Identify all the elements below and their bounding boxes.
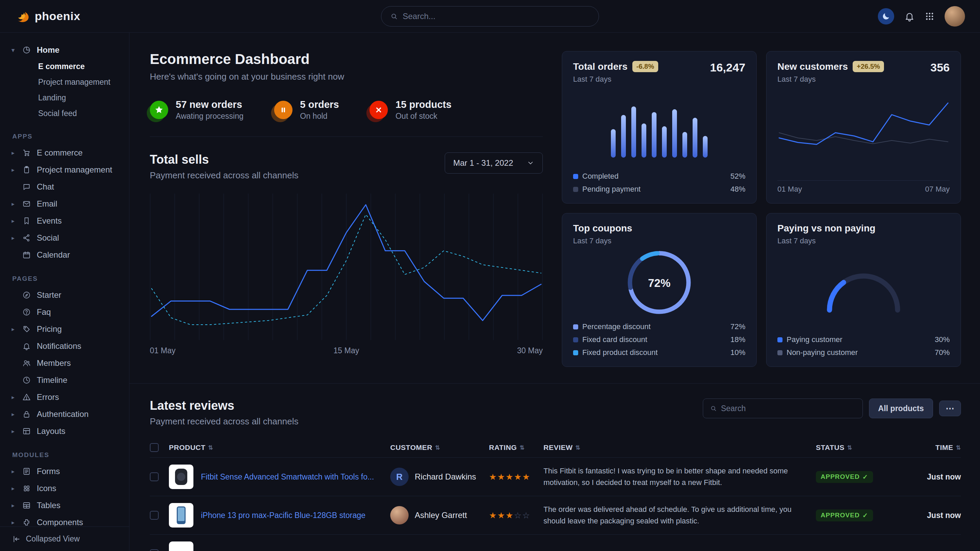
sidebar-item-starter[interactable]: Starter — [0, 287, 129, 303]
sidebar-item-email[interactable]: ▸Email — [0, 195, 129, 212]
sidebar-item-events[interactable]: ▸Events — [0, 212, 129, 229]
select-all-checkbox[interactable] — [150, 443, 159, 452]
legend-swatch — [777, 337, 783, 342]
paying-gauge-chart — [824, 267, 903, 314]
sidebar-subitem-landing[interactable]: Landing — [0, 90, 129, 105]
sidebar-item-pricing[interactable]: ▸Pricing — [0, 321, 129, 338]
sidebar-item-members[interactable]: Members — [0, 355, 129, 372]
bell-icon — [22, 342, 31, 350]
row-checkbox[interactable] — [150, 549, 159, 551]
column-label: PRODUCT — [169, 443, 205, 452]
row-checkbox[interactable] — [150, 472, 159, 481]
sidebar-subitem-social-feed[interactable]: Social feed — [0, 105, 129, 121]
sidebar-item-calendar[interactable]: Calendar — [0, 246, 129, 264]
sidebar-item-home[interactable]: ▾Home — [0, 41, 129, 59]
product-link[interactable]: iPhone 13 pro max-Pacific Blue-128GB sto… — [201, 510, 365, 521]
bookmark-icon — [22, 217, 31, 225]
more-options-button[interactable]: ⋯ — [939, 400, 961, 416]
top-coupons-card: Top coupons Last 7 days 72% Percentage d… — [562, 213, 757, 367]
status-badge: APPROVED✓ — [816, 510, 873, 521]
sidebar-item-authentication[interactable]: ▸Authentication — [0, 406, 129, 423]
legend-swatch — [573, 324, 578, 329]
topbar-actions — [878, 6, 965, 27]
sidebar-item-e-commerce[interactable]: ▸E commerce — [0, 144, 129, 161]
caret-right-icon: ▸ — [11, 394, 17, 401]
caret-right-icon: ▸ — [11, 218, 17, 225]
sidebar-item-icons[interactable]: ▸Icons — [0, 480, 129, 497]
reviews-search-input[interactable] — [721, 404, 856, 413]
pause-icon — [278, 105, 288, 115]
form-icon — [22, 467, 31, 475]
sidebar-subitem-e-commerce[interactable]: E commerce — [0, 59, 129, 74]
reviews-search[interactable] — [703, 399, 863, 418]
sidebar-item-errors[interactable]: ▸Errors — [0, 389, 129, 406]
sidebar-item-tables[interactable]: ▸Tables — [0, 497, 129, 514]
topbar-search-input[interactable] — [403, 11, 590, 21]
tag-icon — [22, 325, 31, 333]
legend-swatch — [573, 174, 578, 179]
theme-toggle-button[interactable] — [878, 8, 894, 24]
app: phoenix ▾HomeE commercePr — [0, 0, 980, 551]
column-header-product[interactable]: PRODUCT⇅ — [169, 443, 390, 452]
brand[interactable]: phoenix — [15, 9, 80, 24]
shell: ▾HomeE commerceProject managementLanding… — [0, 33, 980, 551]
column-header-rating[interactable]: RATING⇅ — [489, 443, 544, 452]
sidebar-item-project-management[interactable]: ▸Project management — [0, 161, 129, 178]
filled-stars: ★★★★★ — [489, 472, 531, 481]
sidebar-item-timeline[interactable]: Timeline — [0, 372, 129, 389]
caret-right-icon: ▸ — [11, 235, 17, 241]
sidebar-item-label: Chat — [37, 182, 54, 192]
sidebar-item-social[interactable]: ▸Social — [0, 229, 129, 246]
total-sells-header: Total sells Payment received across all … — [150, 152, 543, 181]
sidebar-subitem-project-management[interactable]: Project management — [0, 74, 129, 90]
product-thumbnail — [169, 465, 193, 489]
date-range-select[interactable]: Mar 1 - 31, 2022 — [445, 152, 543, 173]
x-axis-label: 07 May — [925, 185, 950, 194]
review-text: This Fitbit is fantastic! I was trying t… — [544, 465, 802, 488]
caret-right-icon: ▸ — [11, 200, 17, 208]
topbar-search[interactable] — [381, 6, 599, 27]
product-link[interactable]: Fitbit Sense Advanced Smartwatch with To… — [201, 472, 374, 482]
cart-icon — [22, 149, 31, 157]
sort-icon: ⇅ — [956, 444, 961, 451]
sidebar-item-chat[interactable]: Chat — [0, 178, 129, 195]
main-content: Ecommerce Dashboard Here's what's going … — [129, 33, 980, 551]
puzzle-icon — [22, 518, 31, 527]
time-cell: Just now — [901, 472, 961, 481]
paying-period: Last 7 days — [777, 237, 875, 245]
collapsed-view-toggle[interactable]: Collapsed View — [0, 527, 129, 551]
sidebar-item-label: Timeline — [37, 375, 67, 385]
total-sells-subtitle: Payment received across all channels — [150, 170, 298, 181]
row-checkbox[interactable] — [150, 511, 159, 520]
sidebar-item-label: Calendar — [37, 250, 70, 260]
moon-icon — [881, 12, 891, 21]
column-header-customer[interactable]: CUSTOMER⇅ — [390, 443, 489, 452]
column-header-review[interactable]: REVIEW⇅ — [544, 443, 816, 452]
column-header-status[interactable]: STATUS⇅ — [816, 443, 901, 452]
row-checkbox-cell — [150, 511, 169, 520]
notifications-button[interactable] — [904, 11, 915, 21]
bell-icon — [904, 11, 915, 21]
total-orders-legend: Completed52%Pending payment48% — [573, 172, 745, 194]
check-icon: ✓ — [862, 473, 868, 481]
sidebar-item-components[interactable]: ▸Components — [0, 514, 129, 527]
apps-grid-button[interactable] — [925, 11, 934, 21]
legend-row: Fixed product discount10% — [573, 348, 745, 357]
caret-down-icon: ▾ — [11, 47, 17, 54]
column-header-time[interactable]: TIME⇅ — [901, 443, 961, 452]
stat-text: 5 ordersOn hold — [300, 99, 339, 121]
new-customers-value: 356 — [930, 61, 950, 74]
sidebar-item-notifications[interactable]: Notifications — [0, 338, 129, 355]
legend-value: 52% — [730, 172, 745, 181]
top-coupons-legend: Percentage discount72%Fixed card discoun… — [573, 322, 745, 357]
sidebar-item-faq[interactable]: Faq — [0, 303, 129, 321]
compass-icon — [22, 291, 31, 299]
layout-icon — [22, 427, 31, 435]
lock-icon — [22, 410, 31, 418]
cross-status-icon — [369, 101, 388, 119]
legend-label: Percentage discount — [582, 322, 651, 331]
sidebar-item-forms[interactable]: ▸Forms — [0, 463, 129, 480]
user-avatar[interactable] — [945, 6, 965, 27]
sidebar-item-layouts[interactable]: ▸Layouts — [0, 423, 129, 440]
all-products-button[interactable]: All products — [869, 399, 933, 418]
